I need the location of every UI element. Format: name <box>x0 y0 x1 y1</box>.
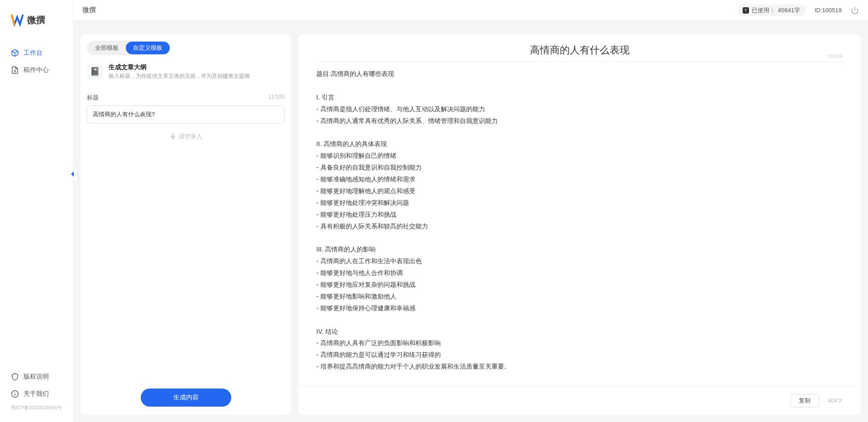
result-body[interactable]: 题目:高情商的人有哪些表现 I. 引言 - 高情商是指人们处理情绪、与他人互动以… <box>298 62 861 386</box>
page-title: 微撰 <box>82 6 96 14</box>
info-icon <box>11 390 19 398</box>
microphone-icon <box>170 133 176 140</box>
usage-prefix: 已使用： <box>752 6 775 14</box>
word-count: 404字 <box>828 397 843 405</box>
cube-icon <box>11 49 19 57</box>
sidebar: 微撰 工作台 稿件中心 版权说明 关于我们 鄂ICP备2022016946号 <box>0 0 73 422</box>
power-icon[interactable] <box>851 6 859 14</box>
nav-item-about[interactable]: 关于我们 <box>0 385 73 403</box>
shield-icon <box>11 373 19 381</box>
left-panel: 全部模板 自定义模板 📓 生成文章大纲 输入标题，为你提供文章主体的灵感，并为其… <box>81 34 291 415</box>
field-count: 11/100 <box>268 94 285 102</box>
sidebar-footer: 版权说明 关于我们 鄂ICP备2022016946号 <box>0 364 73 422</box>
sidebar-collapse-button[interactable] <box>68 167 77 181</box>
nav-item-copyright[interactable]: 版权说明 <box>0 368 73 385</box>
usage-value: 45641字 <box>778 6 800 14</box>
result-head-count: 10/100 <box>827 53 843 59</box>
nav-label: 稿件中心 <box>24 66 49 74</box>
nav-item-workspace[interactable]: 工作台 <box>0 44 73 62</box>
tab-custom-templates[interactable]: 自定义模板 <box>126 42 170 54</box>
nav-label: 版权说明 <box>24 373 49 381</box>
icp-link[interactable]: 鄂ICP备2022016946号 <box>0 403 73 413</box>
template-tabs: 全部模板 自定义模板 <box>87 41 171 55</box>
field-label: 标题 <box>87 94 99 102</box>
tab-all-templates[interactable]: 全部模板 <box>88 42 126 54</box>
nav-item-docs[interactable]: 稿件中心 <box>0 62 73 79</box>
generate-button[interactable]: 生成内容 <box>141 389 231 407</box>
chevron-left-icon <box>70 171 75 177</box>
usage-indicator[interactable]: T 已使用： 45641字 <box>737 5 806 16</box>
result-title: 高情商的人有什么表现 <box>316 43 843 57</box>
text-icon: T <box>743 7 749 14</box>
user-id: ID:100519 <box>815 7 842 14</box>
logo-text: 微撰 <box>27 14 45 26</box>
title-input[interactable]: 高情商的人有什么表现? <box>87 105 285 123</box>
template-title: 生成文章大纲 <box>109 63 250 71</box>
voice-label: 请空录入 <box>179 133 202 141</box>
voice-input-button[interactable]: 请空录入 <box>87 127 285 146</box>
template-card: 📓 生成文章大纲 输入标题，为你提供文章主体的灵感，并为其创建推文提纲 <box>81 55 291 88</box>
logo: 微撰 <box>0 0 73 35</box>
right-panel: 高情商的人有什么表现 10/100 题目:高情商的人有哪些表现 I. 引言 - … <box>298 34 861 415</box>
document-icon <box>11 66 19 74</box>
topbar: 微撰 T 已使用： 45641字 ID:100519 <box>73 0 868 21</box>
logo-icon <box>11 14 24 26</box>
template-sub: 输入标题，为你提供文章主体的灵感，并为其创建推文提纲 <box>109 72 250 80</box>
nav-menu: 工作台 稿件中心 <box>0 35 73 364</box>
svg-rect-3 <box>172 134 174 137</box>
nav-label: 关于我们 <box>24 390 49 398</box>
template-icon: 📓 <box>87 63 103 80</box>
copy-button[interactable]: 复制 <box>790 394 819 408</box>
nav-label: 工作台 <box>24 49 43 57</box>
